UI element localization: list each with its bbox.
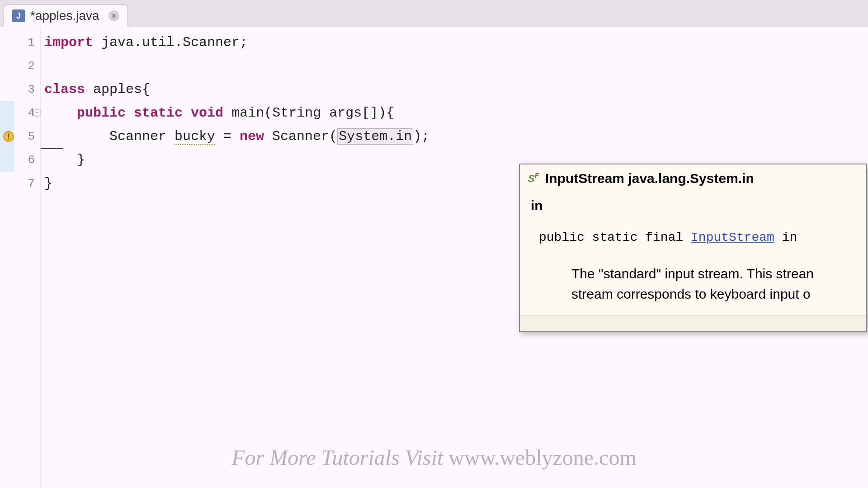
code-line[interactable] bbox=[44, 54, 868, 78]
line-number: 5 bbox=[0, 125, 40, 148]
warning-icon[interactable] bbox=[3, 131, 14, 142]
svg-rect-2 bbox=[8, 138, 9, 139]
javadoc-footer bbox=[520, 315, 866, 331]
javadoc-hover-popup[interactable]: SF InputStream java.lang.System.in in pu… bbox=[519, 164, 867, 332]
code-line[interactable]: import java.util.Scanner; bbox=[44, 31, 868, 54]
close-icon[interactable] bbox=[108, 10, 119, 21]
javadoc-type-link[interactable]: InputStream bbox=[691, 230, 774, 244]
tab-label: *apples.java bbox=[30, 9, 99, 23]
java-file-icon: J bbox=[12, 9, 25, 22]
active-range-marker bbox=[0, 148, 14, 172]
code-line[interactable]: public static void main(String args[]){ bbox=[44, 101, 868, 125]
line-number: 4 − bbox=[0, 101, 40, 125]
hover-highlight: System.in bbox=[337, 128, 413, 145]
javadoc-signature: public static final InputStream in bbox=[531, 228, 855, 247]
line-number: 3 bbox=[0, 78, 40, 101]
javadoc-description: The "standard" input stream. This strean… bbox=[531, 263, 855, 304]
active-range-marker bbox=[0, 101, 14, 125]
line-number: 6 bbox=[0, 148, 40, 172]
javadoc-title: InputStream java.lang.System.in bbox=[545, 171, 754, 186]
javadoc-header: SF InputStream java.lang.System.in bbox=[520, 164, 866, 191]
tab-bar: J *apples.java bbox=[0, 0, 868, 27]
line-number: 1 bbox=[0, 31, 40, 54]
svg-rect-1 bbox=[8, 134, 9, 138]
fold-toggle-icon[interactable]: − bbox=[33, 109, 41, 117]
code-line[interactable]: class apples{ bbox=[44, 78, 868, 101]
code-line-active[interactable]: Scanner bucky = new Scanner(System.in); bbox=[44, 125, 868, 148]
static-field-icon: SF bbox=[528, 172, 539, 185]
editor-tab[interactable]: J *apples.java bbox=[4, 5, 128, 27]
line-number-gutter: 1 2 3 4 − 5 6 7 bbox=[0, 27, 41, 488]
javadoc-field-name: in bbox=[531, 195, 855, 216]
javadoc-body: in public static final InputStream in Th… bbox=[520, 191, 866, 315]
line-number: 2 bbox=[0, 54, 40, 78]
watermark-text: For More Tutorials Visit www.weblyzone.c… bbox=[231, 445, 636, 470]
line-number: 7 bbox=[0, 172, 40, 195]
